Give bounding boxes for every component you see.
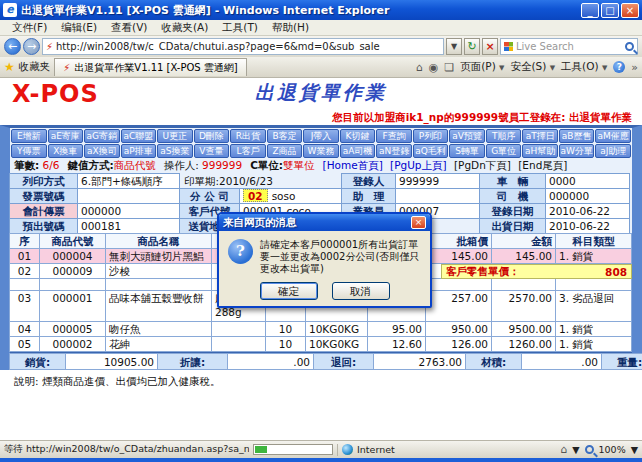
button-help[interactable]: aH幫助 [522,144,558,158]
ship-date-value[interactable]: 2010-06-22 [545,218,630,234]
button-voucher[interactable]: Y傳票 [11,144,47,158]
dialog-close-icon[interactable]: × [411,216,426,229]
cell-seq: 05 [9,336,40,352]
button-pick-date[interactable]: aT擇日 [522,129,558,143]
button-dispatch[interactable]: aP排車 [121,144,157,158]
table-row[interactable]: 04 000005 吻仔魚 10 10KG0KG 95.00 950.00 95… [10,322,632,337]
invoice-value[interactable] [77,188,180,204]
dialog-titlebar[interactable]: 来自网页的消息 × [219,214,430,231]
tools-menu[interactable]: 工具(O) ▼ [561,60,607,74]
cell-code: 000001 [39,290,106,322]
button-check-qty[interactable]: V查量 [194,144,230,158]
button-change-sales[interactable]: aS換業 [157,144,193,158]
forward-icon[interactable]: → [23,38,40,55]
key-mode-value: 商品代號 [114,159,156,171]
button-change-driver[interactable]: aX換司 [84,144,120,158]
cell-type: 3. 劣品退回 [555,290,632,322]
button-import[interactable]: J帶入 [303,129,339,143]
vehicle-value[interactable]: 0000 [545,173,630,189]
button-business[interactable]: W業務 [303,144,339,158]
safety-menu[interactable]: 安全(S) ▼ [510,60,555,74]
button-query[interactable]: F查詢 [376,129,412,143]
button-profit[interactable]: aQ毛利 [413,144,449,158]
preorder-value[interactable]: 000181 [77,218,180,234]
zoom-level[interactable]: 100% [599,444,626,455]
branch-value[interactable]: 02soso [239,188,342,204]
refresh-icon[interactable]: ↻ [464,38,480,55]
chevron-more-icon[interactable]: » [631,61,638,74]
search-icon[interactable] [625,42,634,51]
button-unit[interactable]: G單位 [486,144,522,158]
help-icon[interactable]: ? [613,61,625,73]
return-value: 2763.00 [373,353,466,370]
nav-home[interactable]: [Home首頁] [323,159,383,171]
zoom-icon[interactable] [585,445,594,454]
ok-button[interactable]: 確定 [260,282,318,300]
button-add[interactable]: E增新 [11,129,47,143]
home-icon[interactable]: ⌂ [560,443,567,456]
nav-pgup[interactable]: [PgUp上頁] [390,159,447,171]
close-button[interactable]: × [621,3,639,18]
nav-end[interactable]: [End尾頁] [518,159,567,171]
menu-favorites[interactable]: 收藏夹(A) [155,21,214,35]
button-register[interactable]: aN登錄 [376,144,412,158]
button-preview[interactable]: aV預覽 [449,129,485,143]
menu-bar: 文件(F) 编辑(E) 查看(V) 收藏夹(A) 工具(T) 帮助(H) [0,20,642,36]
button-ship[interactable]: R出貨 [230,129,266,143]
reg-date-value[interactable]: 2010-06-22 [545,203,630,219]
button-correct[interactable]: U更正 [157,129,193,143]
back-icon[interactable]: ← [4,38,21,55]
button-change-vehicle[interactable]: X換車 [48,144,84,158]
menu-file[interactable]: 文件(F) [6,21,53,35]
button-consign[interactable]: aG寄銷 [84,129,120,143]
button-store[interactable]: aE寄庫 [48,129,84,143]
button-print[interactable]: P列印 [413,129,449,143]
button-product[interactable]: Z商品 [267,144,303,158]
button-split[interactable]: aW分單 [559,144,595,158]
assistant-value[interactable] [395,188,480,204]
favorites-star-icon[interactable]: ★ [4,60,15,74]
minimize-button[interactable]: _ [581,3,599,18]
cancel-button[interactable]: 取消 [332,282,390,300]
button-switch-key[interactable]: K切鍵 [340,129,376,143]
menu-edit[interactable]: 编辑(E) [55,21,103,35]
address-url[interactable]: http://win2008/tw/c_CData/chutui.asp?pag… [56,41,440,52]
favorites-label[interactable]: 收藏夹 [19,60,51,74]
button-assistant[interactable]: aJ助理 [595,144,631,158]
print-mode-value[interactable]: 6.部門+條碼順序 [77,173,180,189]
page-menu[interactable]: 页面(P) ▼ [460,60,504,74]
live-search-input[interactable]: Live Search [500,38,638,55]
button-transfer[interactable]: S轉單 [449,144,485,158]
address-dropdown-icon[interactable]: ▼ [446,38,462,55]
progress-fill [255,446,267,453]
maximize-button[interactable]: □ [601,3,619,18]
menu-tools[interactable]: 工具(T) [216,21,264,35]
driver-value[interactable]: 000000 [545,188,630,204]
invoice-label: 發票號碼 [9,188,78,204]
cell-unit: 10KG0KG [305,321,368,337]
reg-date-label: 登錄日期 [479,203,546,219]
stop-icon[interactable]: × [482,38,498,55]
feed-icon[interactable]: ◉ [429,61,439,74]
branch-code-input[interactable]: 02 [243,189,268,202]
home-icon[interactable]: ⌂ [416,61,423,74]
button-delete[interactable]: D刪除 [194,129,230,143]
button-sales-history[interactable]: aB歷售 [559,129,595,143]
table-row[interactable]: 05 000002 花紳 10 10KG0KG 12.60 126.00 126… [10,337,632,352]
button-order[interactable]: T順序 [486,129,522,143]
button-driver[interactable]: aA司機 [340,144,376,158]
button-alliance[interactable]: aC聯盟 [121,129,157,143]
menu-help[interactable]: 帮助(H) [266,21,315,35]
button-customer[interactable]: L客戶 [230,144,266,158]
chevron-down-icon: ▼ [550,64,555,72]
col-batch-price: 批箱價 [425,233,492,249]
operator-field-value[interactable]: 999999 [395,173,480,189]
button-customer-order[interactable]: B客定 [267,129,303,143]
voucher-value[interactable]: 000000 [77,203,180,219]
menu-view[interactable]: 查看(V) [105,21,153,35]
address-input[interactable]: ⚡ http://win2008/tw/c_CData/chutui.asp?p… [42,38,444,55]
tab-active[interactable]: ⚡ 出退貨單作業V1.11 [X-POS 雲通網] [54,58,247,76]
button-urge[interactable]: aM催應 [595,129,631,143]
nav-pgdn[interactable]: [PgDn下頁] [454,159,511,171]
print-icon[interactable]: ❏ [444,61,454,74]
